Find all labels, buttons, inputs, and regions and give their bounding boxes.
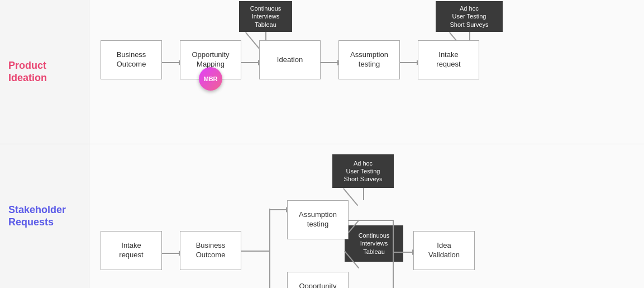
business-outcome-box-r2: BusinessOutcome: [180, 231, 241, 270]
merge-h-top: [349, 220, 393, 221]
idea-validation-box-r2: IdeaValidation: [413, 231, 475, 270]
opportunity-mapping-box-r2: OpportunityMapping: [287, 272, 349, 288]
split-v-up: [269, 209, 270, 251]
ideation-box-r1: Ideation: [259, 40, 321, 79]
split-v-down: [269, 251, 270, 288]
assumption-testing-box-r1: Assumptiontesting: [338, 40, 400, 79]
stakeholder-requests-row: Ad hocUser TestingShort Surveys Continuo…: [89, 144, 644, 288]
ann-line-r2-1: [363, 188, 364, 200]
stakeholder-requests-title: Stakeholder Requests: [8, 204, 66, 228]
intake-request-box-r1: Intakerequest: [418, 40, 479, 79]
continuous-interviews-box-r2: ContinuousInterviewsTableau: [345, 225, 403, 262]
adhoc-surveys-box-r2: Ad hocUser TestingShort Surveys: [332, 154, 394, 188]
intake-request-box-r2: Intakerequest: [101, 231, 162, 270]
stakeholder-requests-section: Stakeholder Requests: [0, 144, 89, 288]
product-ideation-title: Product Ideation: [8, 60, 47, 84]
split-h-line: [241, 251, 269, 252]
continuous-interviews-box: ContinuousInterviewsTableau: [239, 1, 292, 32]
product-ideation-section: Product Ideation: [0, 0, 89, 144]
adhoc-surveys-box-r1: Ad hocUser TestingShort Surveys: [436, 1, 503, 32]
business-outcome-box-r1: BusinessOutcome: [101, 40, 162, 79]
product-ideation-row: ContinuousInterviewsTableau Ad hocUser T…: [89, 0, 644, 144]
annotation-line-2: [245, 32, 260, 50]
main-content: ContinuousInterviewsTableau Ad hocUser T…: [89, 0, 644, 288]
assumption-testing-box-r2: Assumptiontesting: [287, 200, 349, 239]
mbr-avatar: MBR: [199, 67, 222, 91]
left-panel: Product Ideation Stakeholder Requests: [0, 0, 89, 288]
